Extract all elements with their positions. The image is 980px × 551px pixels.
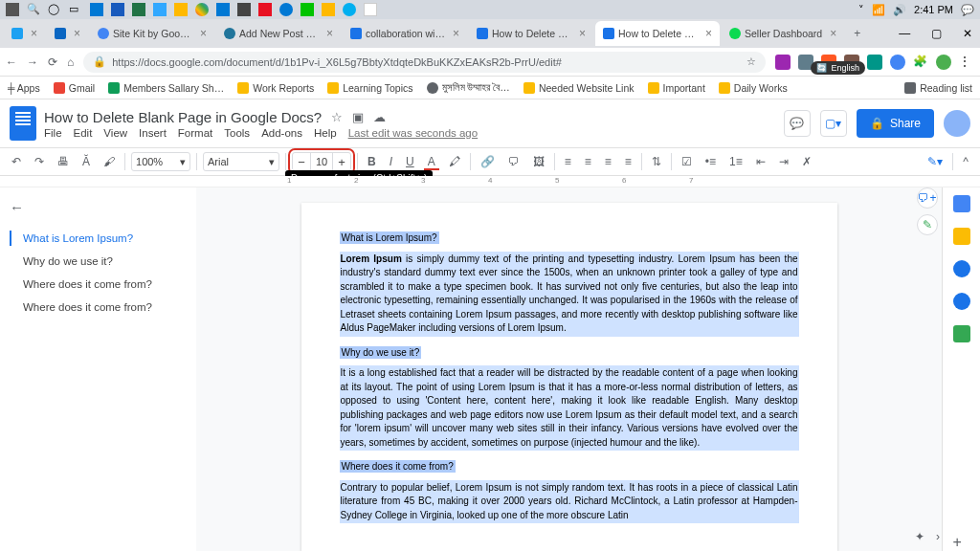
contacts-icon[interactable]: [953, 293, 970, 310]
paragraph[interactable]: Lorem Ipsum is simply dummy text of the …: [340, 252, 799, 337]
chrome-icon[interactable]: [195, 3, 209, 16]
bookmark[interactable]: Needed Website Link: [523, 82, 635, 94]
redo-button[interactable]: ↷: [31, 153, 48, 170]
tab-twitter[interactable]: ×: [4, 21, 45, 46]
reload-button[interactable]: ⟳: [48, 55, 57, 69]
wifi-icon[interactable]: 📶: [872, 4, 885, 16]
number-list-button[interactable]: 1≡: [725, 153, 746, 170]
app-icon[interactable]: [237, 3, 251, 16]
url-input[interactable]: 🔒 https://docs.google.com/document/d/1b1…: [83, 52, 766, 73]
text-color-button[interactable]: A: [424, 153, 439, 170]
app-icon[interactable]: [132, 3, 145, 16]
insert-comment-button[interactable]: 🗩: [504, 153, 523, 170]
spellcheck-button[interactable]: Ă: [78, 153, 94, 170]
star-icon[interactable]: ☆: [746, 55, 756, 68]
suggest-chip[interactable]: ✎: [917, 214, 938, 235]
bullet-list-button[interactable]: •≡: [702, 153, 720, 170]
add-comment-chip[interactable]: 🗩+: [917, 187, 938, 209]
translate-popup[interactable]: 🔄 English: [811, 61, 865, 75]
close-icon[interactable]: ×: [579, 27, 586, 40]
app-icon[interactable]: [90, 3, 103, 16]
font-size-input[interactable]: 10: [310, 153, 333, 170]
tab-wordpress[interactable]: Add New Post ‹ Blo×: [216, 21, 341, 46]
cloud-icon[interactable]: ☁: [373, 110, 386, 124]
app-icon[interactable]: [258, 3, 272, 16]
clock[interactable]: 2:41 PM: [914, 4, 953, 15]
zoom-select[interactable]: 100%▾: [131, 152, 190, 171]
line-spacing-button[interactable]: ⇅: [648, 153, 665, 170]
move-icon[interactable]: ▣: [352, 110, 364, 124]
side-panel-toggle[interactable]: ›: [936, 530, 940, 543]
document-page[interactable]: What is Lorem Ipsum? Lorem Ipsum is simp…: [301, 203, 837, 551]
underline-button[interactable]: U: [402, 153, 418, 170]
taskview-icon[interactable]: ▭: [69, 3, 82, 16]
close-icon[interactable]: ×: [453, 27, 459, 40]
document-canvas[interactable]: 🗩+ ✎ What is Lorem Ipsum? Lorem Ipsum is…: [196, 187, 942, 551]
forward-button[interactable]: →: [27, 55, 38, 69]
reading-list-button[interactable]: Reading list: [904, 82, 972, 94]
tab-docs3[interactable]: How to Delete Blan×: [595, 21, 720, 46]
close-icon[interactable]: ×: [200, 27, 207, 40]
collapse-toolbar-button[interactable]: ^: [959, 153, 972, 170]
bookmark[interactable]: মুসলিম উম্মাহর বৈ…: [427, 81, 510, 94]
app-icon[interactable]: [216, 3, 230, 16]
menu-addons[interactable]: Add-ons: [261, 127, 302, 139]
paint-format-button[interactable]: 🖌: [100, 153, 119, 170]
close-window-icon[interactable]: ✕: [953, 27, 980, 40]
paragraph[interactable]: Contrary to popular belief, Lorem Ipsum …: [340, 480, 799, 524]
maps-icon[interactable]: [953, 325, 970, 342]
home-button[interactable]: ⌂: [67, 55, 74, 69]
extension-icon[interactable]: [867, 55, 882, 70]
add-addon-icon[interactable]: +: [953, 534, 970, 551]
explore-button[interactable]: ✦: [915, 530, 924, 543]
section-heading[interactable]: Where does it come from?: [340, 460, 456, 473]
bold-button[interactable]: B: [364, 153, 380, 170]
insert-link-button[interactable]: 🔗: [477, 153, 499, 170]
app-icon[interactable]: [364, 3, 377, 16]
increase-indent-button[interactable]: ⇥: [775, 153, 792, 170]
extension-icon[interactable]: [890, 55, 905, 70]
menu-format[interactable]: Format: [178, 127, 212, 139]
tab-docs1[interactable]: collaboration with li×: [343, 21, 467, 46]
tasks-icon[interactable]: [953, 260, 970, 277]
start-icon[interactable]: [6, 3, 19, 16]
checklist-button[interactable]: ☑: [678, 153, 696, 170]
minimize-icon[interactable]: —: [889, 27, 920, 40]
app-icon[interactable]: [111, 3, 124, 16]
share-button[interactable]: 🔒Share: [857, 109, 934, 138]
app-icon[interactable]: [153, 3, 167, 16]
folder-icon[interactable]: [322, 3, 335, 16]
docs-logo[interactable]: [10, 106, 36, 141]
ruler[interactable]: 1234567: [0, 176, 980, 187]
tab-sitekit[interactable]: Site Kit by Google D×: [90, 21, 214, 46]
bookmark[interactable]: Learning Topics: [327, 82, 412, 94]
keep-icon[interactable]: [953, 228, 970, 245]
clear-format-button[interactable]: ✗: [798, 153, 815, 170]
close-icon[interactable]: ×: [31, 27, 37, 40]
undo-button[interactable]: ↶: [8, 153, 25, 170]
highlight-button[interactable]: 🖍: [445, 153, 464, 170]
font-select[interactable]: Arial▾: [203, 152, 279, 171]
paragraph[interactable]: It is a long established fact that a rea…: [340, 365, 799, 451]
document-title[interactable]: How to Delete Blank Page in Google Docs?: [44, 109, 322, 125]
outline-item[interactable]: Where does it come from?: [10, 273, 187, 296]
align-left-button[interactable]: ≡: [561, 153, 575, 170]
comments-button[interactable]: 💬: [784, 110, 811, 137]
extensions-menu[interactable]: 🧩: [913, 55, 928, 70]
outline-item[interactable]: Where does it come from?: [10, 296, 187, 319]
bookmark[interactable]: Daily Works: [719, 82, 788, 94]
menu-tools[interactable]: Tools: [224, 127, 250, 139]
edge-icon[interactable]: [279, 3, 293, 16]
extension-icon[interactable]: [775, 55, 791, 70]
notifications-icon[interactable]: 💬: [961, 4, 974, 16]
italic-button[interactable]: I: [386, 153, 396, 170]
new-tab-button[interactable]: +: [846, 27, 868, 40]
tab-seller[interactable]: Seller Dashboard×: [722, 21, 844, 46]
decrease-indent-button[interactable]: ⇤: [752, 153, 769, 170]
menu-view[interactable]: View: [103, 127, 127, 139]
app-icon[interactable]: [301, 3, 314, 16]
present-button[interactable]: ▢▾: [820, 110, 847, 137]
last-edit-link[interactable]: Last edit was seconds ago: [348, 127, 479, 139]
print-button[interactable]: 🖶: [54, 153, 73, 170]
chrome-menu[interactable]: ⋮: [959, 55, 974, 70]
